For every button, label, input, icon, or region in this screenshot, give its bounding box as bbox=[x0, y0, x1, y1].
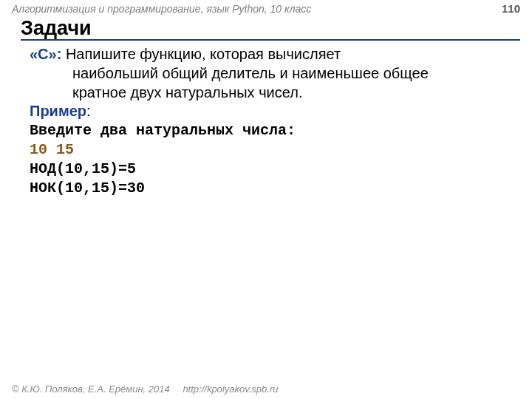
content-area: «C»: Напишите функцию, которая вычисляет… bbox=[0, 41, 532, 197]
task-text-1: Напишите функцию, которая вычисляет bbox=[66, 46, 341, 62]
example-output-2: НОК(10,15)=30 bbox=[30, 179, 510, 198]
page-number: 110 bbox=[502, 2, 520, 15]
example-prompt: Введите два натуральных числа: bbox=[30, 121, 510, 140]
example-label: Пример bbox=[30, 103, 86, 119]
task-text-3: кратное двух натуральных чисел. bbox=[72, 83, 510, 103]
example-block: Пример: bbox=[30, 102, 510, 121]
task-line-1: «C»: Напишите функцию, которая вычисляет bbox=[30, 45, 510, 64]
copyright: © К.Ю. Поляков, Е.А. Ерёмин, 2014 bbox=[12, 383, 170, 395]
example-output-1: НОД(10,15)=5 bbox=[30, 160, 510, 179]
page-title: Задачи bbox=[21, 18, 520, 41]
example-input: 10 15 bbox=[30, 140, 510, 160]
site-url: http://kpolyakov.spb.ru bbox=[183, 383, 278, 395]
slide-footer: © К.Ю. Поляков, Е.А. Ерёмин, 2014 http:/… bbox=[12, 383, 278, 395]
task-text-2: наибольший общий делитель и наименьшее о… bbox=[72, 64, 510, 83]
course-title: Алгоритмизация и программирование, язык … bbox=[12, 3, 311, 15]
example-colon: : bbox=[86, 103, 91, 119]
task-level-label: «C»: bbox=[30, 46, 66, 62]
slide-header: Алгоритмизация и программирование, язык … bbox=[0, 0, 532, 16]
